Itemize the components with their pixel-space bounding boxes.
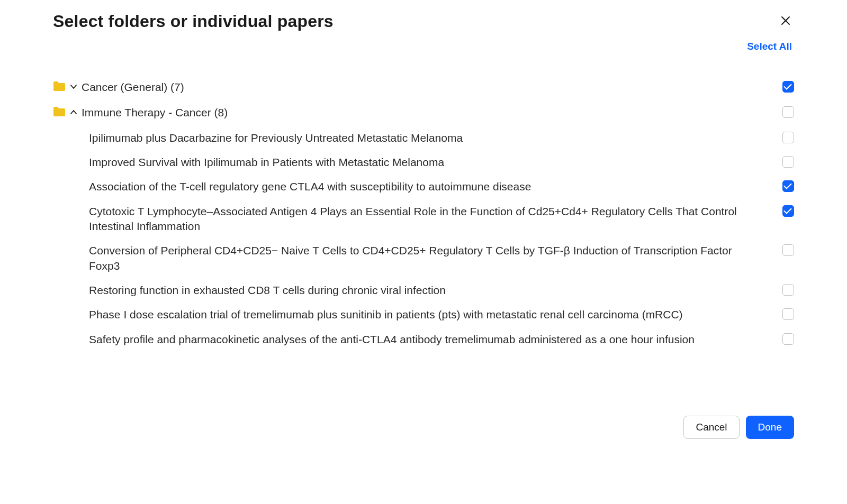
paper-checkbox[interactable] xyxy=(782,205,794,217)
paper-row: Phase I dose escalation trial of tremeli… xyxy=(53,303,794,327)
folder-checkbox[interactable] xyxy=(782,106,794,118)
paper-row: Cytotoxic T Lymphocyte–Associated Antige… xyxy=(53,199,794,239)
paper-title[interactable]: Ipilimumab plus Dacarbazine for Previous… xyxy=(89,131,484,145)
paper-row-left: Phase I dose escalation trial of tremeli… xyxy=(53,307,776,322)
paper-title[interactable]: Phase I dose escalation trial of tremeli… xyxy=(89,307,704,322)
paper-row-left: Conversion of Peripheral CD4+CD25− Naive… xyxy=(53,243,776,273)
paper-checkbox[interactable] xyxy=(782,244,794,256)
paper-checkbox[interactable] xyxy=(782,180,794,192)
paper-row-left: Cytotoxic T Lymphocyte–Associated Antige… xyxy=(53,204,776,234)
paper-row: Association of the T-cell regulatory gen… xyxy=(53,175,794,199)
paper-title[interactable]: Safety profile and pharmacokinetic analy… xyxy=(89,332,716,347)
chevron-down-icon[interactable] xyxy=(70,83,77,90)
paper-row: Restoring function in exhausted CD8 T ce… xyxy=(53,278,794,303)
paper-list: Ipilimumab plus Dacarbazine for Previous… xyxy=(53,126,794,352)
folder-row-left: Cancer (General) (7) xyxy=(53,80,776,95)
select-all-button[interactable]: Select All xyxy=(747,41,792,52)
paper-title[interactable]: Conversion of Peripheral CD4+CD25− Naive… xyxy=(89,243,776,273)
folder-icon xyxy=(53,106,66,117)
paper-row-left: Association of the T-cell regulatory gen… xyxy=(53,179,776,194)
paper-row-left: Improved Survival with Ipilimumab in Pat… xyxy=(53,155,776,170)
folder-row: Cancer (General) (7) xyxy=(53,75,794,100)
cancel-button[interactable]: Cancel xyxy=(683,416,739,439)
paper-row: Improved Survival with Ipilimumab in Pat… xyxy=(53,150,794,175)
folder-list: Cancer (General) (7)Immune Therapy - Can… xyxy=(53,75,794,352)
paper-checkbox[interactable] xyxy=(782,284,794,296)
done-button[interactable]: Done xyxy=(746,416,794,439)
paper-row: Safety profile and pharmacokinetic analy… xyxy=(53,327,794,352)
folder-row-left: Immune Therapy - Cancer (8) xyxy=(53,105,776,120)
modal-footer: Cancel Done xyxy=(683,416,794,439)
paper-row: Ipilimumab plus Dacarbazine for Previous… xyxy=(53,126,794,150)
paper-title[interactable]: Cytotoxic T Lymphocyte–Associated Antige… xyxy=(89,204,776,234)
paper-row: Conversion of Peripheral CD4+CD25− Naive… xyxy=(53,239,794,278)
paper-checkbox[interactable] xyxy=(782,333,794,345)
folder-label[interactable]: Immune Therapy - Cancer (8) xyxy=(82,105,228,120)
paper-title[interactable]: Restoring function in exhausted CD8 T ce… xyxy=(89,283,467,298)
folder-label[interactable]: Cancer (General) (7) xyxy=(82,80,184,95)
paper-checkbox[interactable] xyxy=(782,132,794,143)
close-icon[interactable] xyxy=(777,12,794,31)
paper-row-left: Safety profile and pharmacokinetic analy… xyxy=(53,332,776,347)
folder-checkbox[interactable] xyxy=(782,81,794,93)
paper-checkbox[interactable] xyxy=(782,308,794,320)
paper-row-left: Restoring function in exhausted CD8 T ce… xyxy=(53,283,776,298)
chevron-up-icon[interactable] xyxy=(70,108,77,116)
modal-header: Select folders or individual papers xyxy=(53,6,794,31)
paper-checkbox[interactable] xyxy=(782,156,794,168)
paper-title[interactable]: Association of the T-cell regulatory gen… xyxy=(89,179,552,194)
folder-row: Immune Therapy - Cancer (8) xyxy=(53,100,794,125)
modal-title: Select folders or individual papers xyxy=(53,12,334,31)
folder-icon xyxy=(53,81,66,91)
paper-title[interactable]: Improved Survival with Ipilimumab in Pat… xyxy=(89,155,465,170)
paper-row-left: Ipilimumab plus Dacarbazine for Previous… xyxy=(53,131,776,145)
